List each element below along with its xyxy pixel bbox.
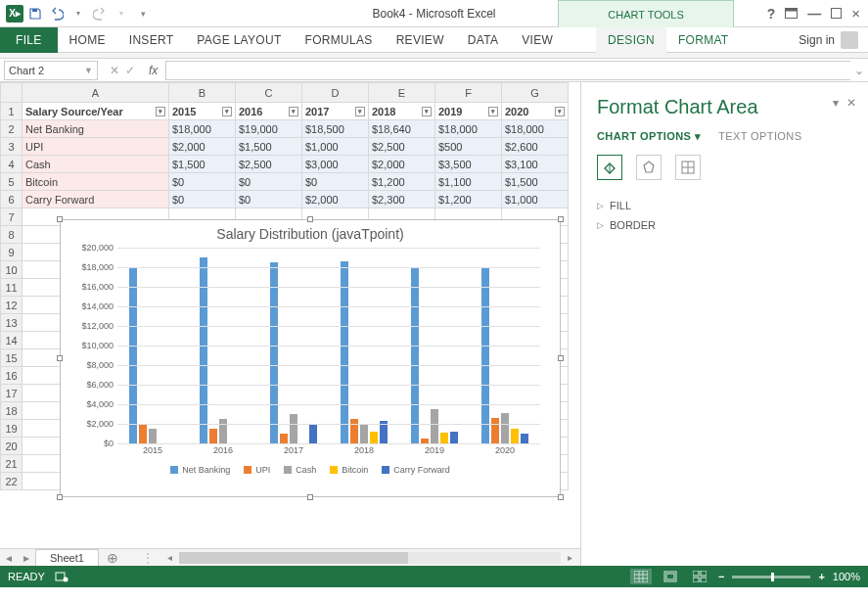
undo-dropdown-icon[interactable]: ▾ <box>69 4 88 23</box>
bar[interactable] <box>290 414 297 443</box>
embedded-chart[interactable]: Salary Distribution (javaTpoint) $0$2,00… <box>60 219 561 497</box>
cell[interactable]: Salary Source/Year▾ <box>23 103 169 120</box>
legend-item[interactable]: Carry Forward <box>382 465 450 475</box>
redo-icon[interactable] <box>90 4 110 23</box>
cell[interactable]: Cash <box>23 156 169 173</box>
bar[interactable] <box>280 434 288 443</box>
cell[interactable]: $18,000 <box>169 120 236 138</box>
row-header[interactable]: 8 <box>1 226 23 244</box>
row-header[interactable]: 10 <box>1 261 23 279</box>
row-header[interactable]: 15 <box>1 349 23 367</box>
cell[interactable]: $1,200 <box>369 173 435 191</box>
scroll-right-icon[interactable]: ▸ <box>563 552 576 563</box>
cell[interactable]: $3,500 <box>435 156 502 173</box>
column-header[interactable]: E <box>369 83 435 103</box>
tab-review[interactable]: REVIEW <box>385 27 456 53</box>
cell[interactable]: $18,640 <box>369 120 435 138</box>
cell[interactable]: $1,500 <box>169 156 236 173</box>
close-icon[interactable]: × <box>851 5 860 22</box>
redo-dropdown-icon[interactable]: ▾ <box>112 4 131 23</box>
cell[interactable]: UPI <box>23 138 169 156</box>
cell[interactable]: $2,000 <box>369 156 435 173</box>
tab-file[interactable]: FILE <box>0 27 58 53</box>
column-header[interactable]: C <box>236 83 302 103</box>
bar[interactable] <box>440 433 448 443</box>
cell[interactable]: 2019▾ <box>435 103 502 120</box>
page-layout-view-icon[interactable] <box>660 569 681 584</box>
qat-customize-icon[interactable]: ▾ <box>133 4 153 23</box>
column-header[interactable]: A <box>23 83 169 103</box>
cell[interactable]: $19,000 <box>236 120 302 138</box>
cell[interactable]: Carry Forward <box>23 191 169 208</box>
cell[interactable]: 2018▾ <box>369 103 435 120</box>
bar[interactable] <box>129 267 137 443</box>
tab-insert[interactable]: INSERT <box>117 27 186 53</box>
filter-icon[interactable]: ▾ <box>488 107 498 116</box>
cell[interactable]: Net Banking <box>23 120 169 138</box>
filter-icon[interactable]: ▾ <box>222 107 232 116</box>
column-header[interactable]: B <box>169 83 236 103</box>
help-icon[interactable]: ? <box>767 6 776 22</box>
size-properties-icon[interactable] <box>675 155 701 180</box>
sign-in-link[interactable]: Sign in <box>799 33 835 47</box>
cell[interactable]: $1,000 <box>302 138 369 156</box>
app-icon[interactable]: X▸ <box>6 5 23 23</box>
cell[interactable]: $1,500 <box>502 173 569 191</box>
row-header[interactable]: 18 <box>1 402 23 420</box>
bar[interactable] <box>360 424 368 443</box>
ribbon-display-icon[interactable] <box>785 8 798 19</box>
minimize-icon[interactable]: — <box>807 6 821 22</box>
filter-icon[interactable]: ▾ <box>555 107 565 116</box>
bar[interactable] <box>219 419 227 443</box>
bar[interactable] <box>370 432 378 443</box>
row-header[interactable]: 4 <box>1 156 23 173</box>
cell[interactable]: 2015▾ <box>169 103 236 120</box>
cell[interactable]: $2,600 <box>502 138 569 156</box>
bar[interactable] <box>511 429 519 443</box>
legend-item[interactable]: Net Banking <box>170 465 230 475</box>
scroll-left-icon[interactable]: ◂ <box>163 552 177 563</box>
macro-record-icon[interactable] <box>55 570 69 583</box>
cell[interactable]: $0 <box>169 173 236 191</box>
cell[interactable]: 2020▾ <box>502 103 569 120</box>
pane-options-icon[interactable]: ▾ <box>833 96 839 110</box>
fx-icon[interactable]: fx <box>143 64 163 77</box>
cell[interactable]: $18,000 <box>502 120 569 138</box>
row-header[interactable]: 1 <box>1 103 23 120</box>
row-header[interactable]: 21 <box>1 455 23 473</box>
zoom-level[interactable]: 100% <box>833 571 860 582</box>
cell[interactable]: $500 <box>435 138 502 156</box>
zoom-in-icon[interactable]: + <box>818 571 824 582</box>
column-header[interactable]: G <box>502 83 569 103</box>
pane-border-section[interactable]: ▷BORDER <box>597 215 852 235</box>
cell[interactable]: $2,000 <box>302 191 369 208</box>
effects-icon[interactable] <box>636 155 662 180</box>
cell[interactable]: $18,000 <box>435 120 502 138</box>
zoom-slider[interactable] <box>732 576 810 578</box>
row-header[interactable]: 20 <box>1 438 23 455</box>
legend-item[interactable]: Bitcoin <box>330 465 368 475</box>
namebox-dropdown-icon[interactable]: ▼ <box>84 66 93 75</box>
select-all-cell[interactable] <box>1 83 23 103</box>
cell[interactable]: $0 <box>302 173 369 191</box>
cell[interactable]: $3,000 <box>302 156 369 173</box>
bar[interactable] <box>491 418 499 443</box>
row-header[interactable]: 22 <box>1 473 23 490</box>
page-break-view-icon[interactable] <box>689 569 710 584</box>
save-icon[interactable] <box>25 4 45 23</box>
bar[interactable] <box>350 419 358 443</box>
cell[interactable]: $0 <box>236 173 302 191</box>
bar[interactable] <box>481 267 489 443</box>
row-header[interactable]: 19 <box>1 420 23 438</box>
column-header[interactable]: D <box>302 83 369 103</box>
cell[interactable]: $2,500 <box>236 156 302 173</box>
bar[interactable] <box>309 424 317 443</box>
tab-home[interactable]: HOME <box>58 27 117 53</box>
row-header[interactable]: 6 <box>1 191 23 208</box>
formula-input[interactable] <box>165 61 850 80</box>
normal-view-icon[interactable] <box>630 569 652 584</box>
formula-expand-icon[interactable]: ⌄ <box>850 64 868 77</box>
cell[interactable]: $18,500 <box>302 120 369 138</box>
new-sheet-icon[interactable]: ⊕ <box>99 550 126 566</box>
name-box[interactable]: Chart 2▼ <box>4 61 98 80</box>
